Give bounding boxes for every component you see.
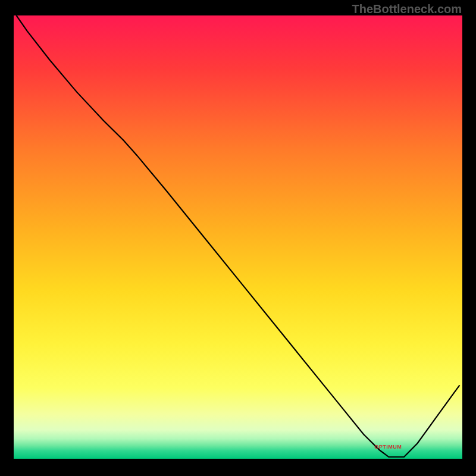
chart-container: TheBottleneck.com OPTIMUM (0, 0, 476, 476)
gradient-background (14, 15, 462, 459)
chart-svg (14, 15, 462, 459)
plot-frame: OPTIMUM (14, 15, 462, 459)
chart-annotation: OPTIMUM (374, 444, 402, 450)
watermark-text: TheBottleneck.com (352, 2, 462, 16)
